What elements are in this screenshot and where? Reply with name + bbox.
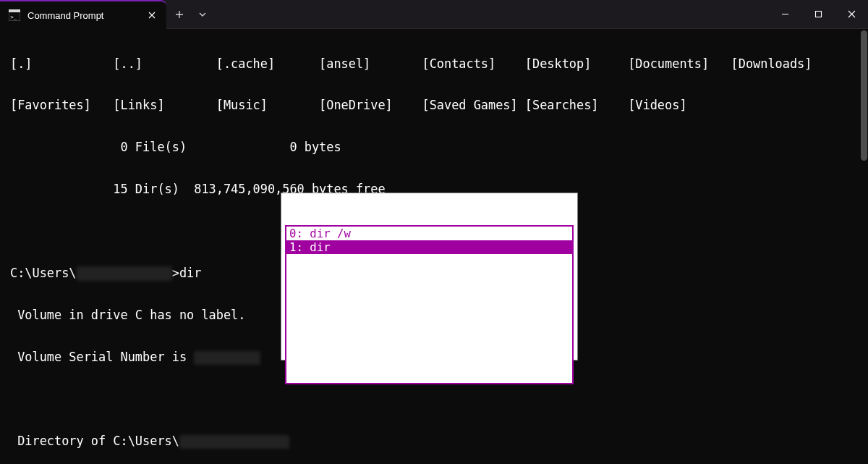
history-item[interactable]: 0: dir /w [286,227,572,240]
minimize-button[interactable] [768,0,801,28]
tab-dropdown-button[interactable] [192,0,213,28]
dirw-row-1: [.] [..] [.cache] [ansel] [Contacts] [De… [10,57,865,71]
history-item[interactable]: 1: dir [286,240,572,254]
close-window-button[interactable] [835,0,868,28]
tab-close-button[interactable] [145,8,159,22]
dirw-file-summary: 0 File(s) 0 bytes [10,140,865,154]
new-tab-button[interactable] [166,0,192,28]
tab-title: Command Prompt [27,10,137,21]
terminal-area[interactable]: [.] [..] [.cache] [ansel] [Contacts] [De… [0,29,868,464]
redacted-serial: XXXX XXXX [194,351,260,365]
dirw-row-2: [Favorites] [Links] [Music] [OneDrive] [… [10,98,865,112]
tab-command-prompt[interactable]: >_ Command Prompt [0,0,166,29]
history-popup[interactable]: 0: dir /w1: dir [281,193,578,360]
vertical-scrollbar[interactable] [859,29,868,464]
svg-rect-3 [815,12,821,17]
titlebar: >_ Command Prompt [0,0,868,29]
svg-rect-1 [9,9,20,12]
history-popup-list: 0: dir /w1: dir [285,225,574,384]
prompt1-prefix: C:\Users\ [10,266,77,280]
prompt1-cmd: >dir [172,266,202,280]
maximize-button[interactable] [801,0,835,28]
redacted-username-1: XXXXXXXXXXXXX [77,266,172,280]
redacted-username-2: XXXXXXXXXXXXXXX [179,435,290,449]
window-controls [768,0,868,28]
scrollbar-thumb[interactable] [861,30,867,161]
dir-of-line: Directory of C:\Users\XXXXXXXXXXXXXXX [10,434,865,449]
titlebar-left: >_ Command Prompt [0,0,213,28]
cmd-icon: >_ [9,9,20,21]
svg-text:>_: >_ [11,14,17,20]
